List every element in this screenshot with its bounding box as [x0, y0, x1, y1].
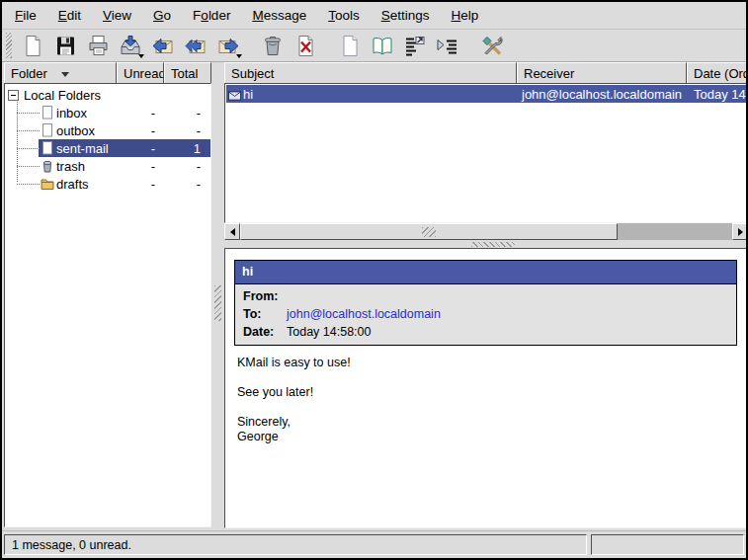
menu-bar: File Edit View Go Folder Message Tools S… [2, 2, 746, 30]
print-icon [86, 34, 110, 58]
dropdown-caret-icon [236, 54, 242, 58]
collapse-expander-icon[interactable] [8, 90, 19, 101]
arrow-right-icon [738, 228, 743, 236]
status-message: 1 message, 0 unread. [4, 534, 587, 555]
save-button[interactable] [52, 33, 78, 58]
move-to-trash-button[interactable] [260, 33, 286, 58]
forward-button[interactable] [215, 33, 241, 58]
scrollbar-thumb[interactable] [240, 223, 618, 240]
status-bar: 1 message, 0 unread. [2, 530, 746, 558]
thumb-grip-icon [422, 227, 436, 237]
save-icon [53, 34, 77, 58]
folder-row-sent-mail[interactable]: sent-mail - 1 [5, 139, 210, 157]
blank-page-icon [338, 34, 362, 58]
sort-caret-icon [61, 72, 69, 77]
menu-message[interactable]: Message [252, 8, 306, 23]
menu-edit[interactable]: Edit [58, 8, 81, 23]
message-list: hi john@localhost.localdomain Today 14:5… [224, 83, 748, 223]
apply-filters-icon [436, 34, 459, 58]
message-body: KMail is easy to use! See you later! Sin… [237, 356, 735, 444]
toolbar-drag-handle[interactable] [6, 33, 12, 58]
message-subject-title: hi [235, 261, 736, 283]
mark-message-button[interactable] [402, 33, 428, 58]
folder-row-trash[interactable]: trash - - [5, 157, 210, 175]
menu-tools[interactable]: Tools [328, 8, 360, 23]
splitter-grip [471, 242, 515, 247]
delete-icon [293, 34, 317, 58]
menu-view[interactable]: View [103, 8, 131, 23]
apply-filters-button[interactable] [435, 33, 460, 58]
address-book-icon [371, 34, 394, 58]
menu-settings[interactable]: Settings [381, 8, 430, 23]
main-toolbar [2, 30, 746, 62]
delete-message-button[interactable] [292, 33, 318, 58]
to-address-link[interactable]: john@localhost.localdomain [287, 307, 728, 321]
message-preview-pane: hi From: To: john@localhost.localdomain … [224, 248, 748, 528]
reply-all-icon [184, 34, 208, 58]
total-column-header[interactable]: Total [164, 62, 211, 84]
date-value: Today 14:58:00 [287, 325, 728, 339]
trash-icon [41, 159, 54, 176]
folder-row-local-folders[interactable]: Local Folders [5, 86, 210, 104]
message-row[interactable]: hi john@localhost.localdomain Today 14:5… [226, 85, 746, 103]
print-button[interactable] [85, 33, 111, 58]
folder-row-outbox[interactable]: outbox - - [5, 121, 210, 139]
document-icon [41, 123, 54, 140]
body-line: Sincerely, [237, 415, 735, 430]
envelope-icon [228, 89, 241, 104]
message-header-box: hi From: To: john@localhost.localdomain … [234, 260, 737, 346]
menu-go[interactable]: Go [153, 8, 171, 23]
splitter-grip [214, 285, 221, 321]
pane-splitter-vertical[interactable] [211, 62, 224, 528]
scrollbar-track[interactable] [618, 223, 732, 240]
check-mail-button[interactable] [118, 33, 143, 58]
configure-button[interactable] [479, 33, 505, 58]
reply-icon [151, 34, 175, 58]
mark-message-icon [403, 34, 427, 58]
body-line: KMail is easy to use! [237, 356, 735, 370]
kmail-window: File Edit View Go Folder Message Tools S… [0, 0, 748, 560]
date-label: Date: [243, 325, 287, 339]
pane-splitter-horizontal[interactable] [224, 240, 748, 248]
menu-file[interactable]: File [15, 8, 37, 23]
menu-help[interactable]: Help [452, 8, 479, 23]
new-message-icon [21, 34, 44, 58]
configure-tools-icon [480, 34, 504, 58]
folder-icon [41, 177, 54, 194]
new-message-button[interactable] [20, 33, 45, 58]
to-label: To: [243, 307, 287, 321]
message-header-fields: From: To: john@localhost.localdomain Dat… [235, 283, 736, 345]
reply-all-button[interactable] [183, 33, 208, 58]
body-line: George [237, 430, 735, 444]
status-right-panel [591, 534, 744, 555]
trash-icon [261, 34, 285, 58]
reply-button[interactable] [150, 33, 176, 58]
date-column-header[interactable]: Date (Order of Arrival) [687, 62, 748, 84]
menu-folder[interactable]: Folder [193, 8, 230, 23]
folder-row-drafts[interactable]: drafts - - [5, 175, 210, 193]
subject-column-header[interactable]: Subject [224, 62, 517, 84]
from-value [287, 289, 728, 303]
folder-column-header[interactable]: Folder [4, 62, 117, 84]
scroll-left-button[interactable] [224, 223, 240, 240]
scroll-right-button[interactable] [732, 223, 748, 240]
from-label: From: [243, 289, 287, 303]
body-line: See you later! [237, 385, 735, 400]
folder-row-inbox[interactable]: inbox - - [5, 104, 210, 121]
receiver-column-header[interactable]: Receiver [517, 62, 687, 84]
document-icon [41, 141, 54, 158]
message-list-hscrollbar[interactable] [224, 223, 748, 240]
folder-tree: Local Folders inbox - - outbox - - sent-… [4, 83, 211, 527]
arrow-left-icon [230, 228, 235, 236]
document-icon [41, 106, 54, 122]
unread-column-header[interactable]: Unread [117, 62, 164, 84]
address-book-button[interactable] [370, 33, 395, 58]
dropdown-caret-icon [138, 54, 144, 58]
new-window-button[interactable] [337, 33, 363, 58]
